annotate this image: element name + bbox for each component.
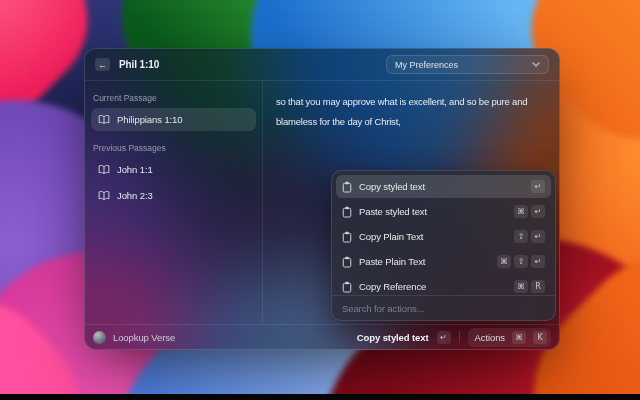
arrow-left-icon: ← bbox=[98, 60, 107, 70]
shortcut-badges: ⌘ ↵ bbox=[511, 205, 545, 218]
action-label: Paste Plain Text bbox=[359, 256, 425, 267]
key-shift: ⇧ bbox=[514, 230, 528, 243]
back-button[interactable]: ← bbox=[95, 58, 110, 71]
action-label: Copy styled text bbox=[359, 181, 425, 192]
actions-search-input[interactable] bbox=[342, 303, 545, 314]
extension-name: Loopkup Verse bbox=[113, 332, 175, 343]
chevron-down-icon bbox=[532, 62, 540, 67]
action-paste-plain-text[interactable]: Paste Plain Text ⌘ ⇧ ↵ bbox=[336, 250, 551, 273]
actions-menu-label: Actions bbox=[475, 332, 505, 343]
clipboard-icon bbox=[342, 231, 352, 243]
clipboard-icon bbox=[342, 206, 352, 218]
actions-menu-button[interactable]: Actions ⌘ K bbox=[468, 328, 551, 347]
sidebar-item-john-1-1[interactable]: John 1:1 bbox=[91, 158, 256, 181]
section-label-previous-passages: Previous Passages bbox=[93, 143, 254, 153]
verse-text: so that you may approve what is excellen… bbox=[276, 92, 546, 132]
window-header: ← Phil 1:10 My Preferences bbox=[85, 49, 559, 81]
preferences-dropdown[interactable]: My Preferences bbox=[386, 55, 549, 74]
action-label: Copy Reference bbox=[359, 281, 426, 292]
key-shift: ⇧ bbox=[514, 255, 528, 268]
key-return: ↵ bbox=[531, 205, 545, 218]
status-bar-right: Copy styled text ↵ Actions ⌘ K bbox=[357, 328, 551, 347]
status-bar: Loopkup Verse Copy styled text ↵ Actions… bbox=[85, 324, 559, 349]
clipboard-icon bbox=[342, 281, 352, 293]
key-command: ⌘ bbox=[514, 280, 528, 293]
sidebar-item-label: John 1:1 bbox=[117, 164, 153, 175]
shortcut-badges: ⇧ ↵ bbox=[511, 230, 545, 243]
screen-bottom-edge bbox=[0, 394, 640, 400]
shortcut-badges: ⌘ R bbox=[511, 280, 545, 293]
action-copy-styled-text[interactable]: Copy styled text ↵ bbox=[336, 175, 551, 198]
section-label-current-passage: Current Passage bbox=[93, 93, 254, 103]
sidebar-item-label: John 2:3 bbox=[117, 190, 153, 201]
sidebar-item-john-2-3[interactable]: John 2:3 bbox=[91, 184, 256, 207]
open-book-icon bbox=[98, 190, 110, 201]
launcher-window: ← Phil 1:10 My Preferences Current Passa… bbox=[84, 48, 560, 350]
key-return: ↵ bbox=[531, 230, 545, 243]
extension-logo-icon bbox=[93, 331, 106, 344]
clipboard-icon bbox=[342, 181, 352, 193]
key-return: ↵ bbox=[531, 180, 545, 193]
shortcut-badges: ↵ bbox=[528, 180, 545, 193]
primary-action-button[interactable]: Copy styled text bbox=[357, 332, 429, 343]
status-divider bbox=[459, 331, 460, 343]
key-command: ⌘ bbox=[497, 255, 511, 268]
action-label: Copy Plain Text bbox=[359, 231, 423, 242]
clipboard-icon bbox=[342, 256, 352, 268]
passage-sidebar: Current Passage Philippians 1:10 Previou… bbox=[85, 81, 263, 324]
actions-popup: Copy styled text ↵ Paste styled text ⌘ ↵ bbox=[331, 170, 556, 321]
open-book-icon bbox=[98, 114, 110, 125]
key-return: ↵ bbox=[531, 255, 545, 268]
key-command: ⌘ bbox=[514, 205, 528, 218]
action-copy-reference[interactable]: Copy Reference ⌘ R bbox=[336, 275, 551, 295]
sidebar-item-philippians-1-10[interactable]: Philippians 1:10 bbox=[91, 108, 256, 131]
actions-search-container bbox=[332, 295, 555, 320]
page-title: Phil 1:10 bbox=[119, 59, 159, 70]
action-copy-plain-text[interactable]: Copy Plain Text ⇧ ↵ bbox=[336, 225, 551, 248]
open-book-icon bbox=[98, 164, 110, 175]
key-command: ⌘ bbox=[512, 331, 526, 344]
actions-list: Copy styled text ↵ Paste styled text ⌘ ↵ bbox=[332, 171, 555, 295]
action-paste-styled-text[interactable]: Paste styled text ⌘ ↵ bbox=[336, 200, 551, 223]
shortcut-badges: ⌘ ⇧ ↵ bbox=[494, 255, 545, 268]
preferences-dropdown-label: My Preferences bbox=[395, 60, 458, 70]
action-label: Paste styled text bbox=[359, 206, 427, 217]
sidebar-item-label: Philippians 1:10 bbox=[117, 114, 182, 125]
key-k: K bbox=[533, 331, 547, 344]
key-return: ↵ bbox=[437, 331, 451, 344]
key-r: R bbox=[531, 280, 545, 293]
